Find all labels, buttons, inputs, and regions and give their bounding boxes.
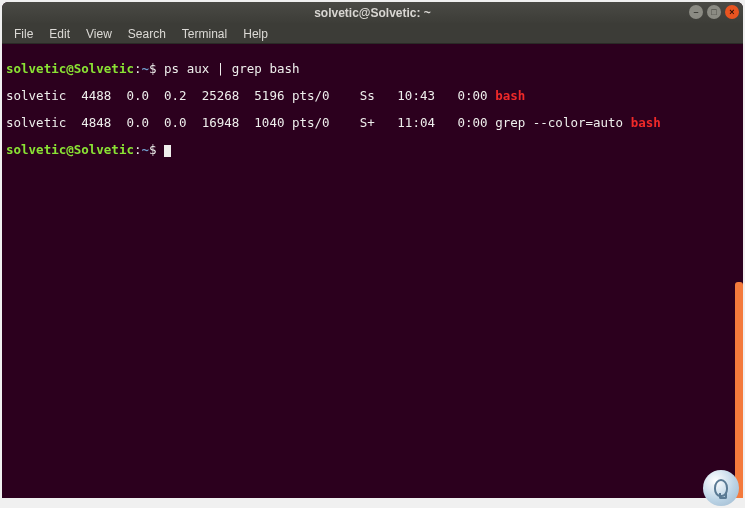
menubar: File Edit View Search Terminal Help xyxy=(2,24,743,44)
close-button[interactable]: × xyxy=(725,5,739,19)
output-text: solvetic 4848 0.0 0.0 16948 1040 pts/0 S… xyxy=(6,115,631,130)
menu-terminal[interactable]: Terminal xyxy=(174,25,235,43)
cursor xyxy=(164,145,171,157)
titlebar: solvetic@Solvetic: ~ – □ × xyxy=(2,2,743,24)
lightbulb-icon xyxy=(714,479,728,497)
prompt-symbol: $ xyxy=(149,61,157,76)
terminal-line: solvetic 4848 0.0 0.0 16948 1040 pts/0 S… xyxy=(6,116,737,130)
maximize-button[interactable]: □ xyxy=(707,5,721,19)
minimize-button[interactable]: – xyxy=(689,5,703,19)
menu-edit[interactable]: Edit xyxy=(41,25,78,43)
grep-match: bash xyxy=(495,88,525,103)
prompt-path: ~ xyxy=(141,61,149,76)
prompt-symbol: $ xyxy=(149,142,157,157)
input-area[interactable] xyxy=(157,142,172,157)
window-controls: – □ × xyxy=(689,5,739,19)
output-text: solvetic 4488 0.0 0.2 25268 5196 pts/0 S… xyxy=(6,88,495,103)
menu-search[interactable]: Search xyxy=(120,25,174,43)
terminal-line: solvetic 4488 0.0 0.2 25268 5196 pts/0 S… xyxy=(6,89,737,103)
terminal-line: solvetic@Solvetic:~$ ps aux | grep bash xyxy=(6,62,737,76)
command-text: ps aux | grep bash xyxy=(157,61,300,76)
terminal-window: solvetic@Solvetic: ~ – □ × File Edit Vie… xyxy=(2,2,743,498)
menu-file[interactable]: File xyxy=(6,25,41,43)
prompt-path: ~ xyxy=(141,142,149,157)
menu-help[interactable]: Help xyxy=(235,25,276,43)
help-bubble[interactable] xyxy=(703,470,739,506)
menu-view[interactable]: View xyxy=(78,25,120,43)
prompt-user: solvetic@Solvetic xyxy=(6,142,134,157)
scrollbar[interactable] xyxy=(735,282,743,498)
terminal-line: solvetic@Solvetic:~$ xyxy=(6,143,737,157)
terminal-body[interactable]: solvetic@Solvetic:~$ ps aux | grep bash … xyxy=(2,44,743,498)
prompt-user: solvetic@Solvetic xyxy=(6,61,134,76)
window-title: solvetic@Solvetic: ~ xyxy=(314,6,431,20)
grep-match: bash xyxy=(631,115,661,130)
